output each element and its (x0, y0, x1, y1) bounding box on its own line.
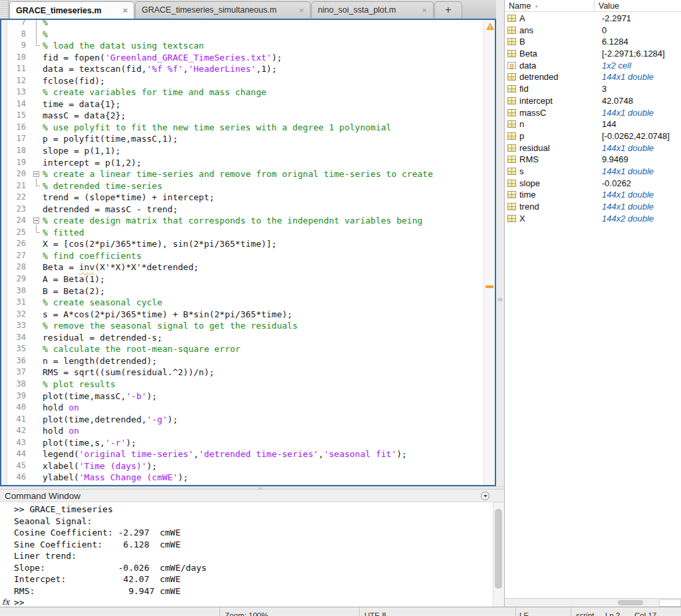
command-prompt-row[interactable]: fx >> (0, 597, 493, 607)
code-line[interactable]: 27% find coefficients (8, 250, 483, 262)
code-line[interactable]: 40hold on (8, 402, 483, 414)
code-line[interactable]: 37RMS = sqrt((sum(residual.^2))/n); (8, 367, 483, 379)
workspace-row[interactable]: residual144x1 double (505, 142, 681, 154)
workspace-row[interactable]: slope-0.0262 (505, 178, 681, 190)
code-line[interactable]: 18slope = p(1,1); (8, 145, 483, 157)
code-line[interactable]: 23detrended = massC - trend; (8, 204, 483, 216)
workspace-row[interactable]: n144 (505, 118, 681, 130)
code-editor[interactable]: 7%8%9% load the datat using textscan10fi… (0, 19, 496, 486)
code-line[interactable]: 12fclose(fid); (8, 75, 483, 87)
scrollbar-thumb[interactable] (495, 509, 502, 589)
code-line[interactable]: 7% (8, 19, 483, 29)
code-line[interactable]: 38% plot results (8, 379, 483, 390)
close-icon[interactable]: × (299, 6, 304, 15)
workspace-row[interactable]: s144x1 double (505, 166, 681, 178)
line-number: 23 (8, 204, 32, 216)
workspace-row[interactable]: trend144x1 double (505, 201, 681, 213)
code-line[interactable]: 46ylabel('Mass Change (cmWE'); (8, 472, 483, 484)
code-text: n = length(detrended); (43, 355, 483, 367)
code-line[interactable]: 39plot(time,massC,'-b'); (8, 390, 483, 402)
matrix-icon (507, 38, 516, 45)
command-window[interactable]: Command Window >> GRACE_timeseriesSeaona… (0, 489, 504, 607)
workspace-row[interactable]: RMS9.9469 (505, 154, 681, 166)
workspace-row[interactable]: intercept42.0748 (505, 95, 681, 107)
tab-grace-timeseries[interactable]: GRACE_timeseries.m × (9, 1, 134, 19)
command-scrollbar[interactable] (493, 502, 504, 607)
splitter-handle[interactable] (497, 298, 503, 301)
new-tab-button[interactable]: + (434, 1, 462, 18)
code-line[interactable]: 34residual = detrended-s; (8, 332, 483, 344)
code-line[interactable]: 43plot(time,s,'-r'); (8, 437, 483, 449)
tab-nino-soi-ssta-plot[interactable]: nino_soi_ssta_plot.m × (311, 1, 434, 18)
workspace-row[interactable]: A-2.2971 (505, 13, 681, 25)
code-fold-icon[interactable] (33, 171, 39, 177)
vertical-splitter[interactable] (496, 0, 504, 486)
name-column-header[interactable]: Name▲ (509, 1, 539, 11)
code-line[interactable]: 26X = [cos(2*pi/365*time), sin(2*pi/365*… (8, 238, 483, 250)
cell-icon: {} (507, 62, 516, 69)
code-line[interactable]: 35% calculate the root-mean-square error (8, 343, 483, 355)
warning-marker-icon[interactable] (485, 285, 493, 288)
chevron-down-icon[interactable] (481, 492, 489, 500)
code-line[interactable]: 41plot(time,detrended,'-g'); (8, 414, 483, 426)
code-line[interactable]: 36n = length(detrended); (8, 355, 483, 367)
close-icon[interactable]: × (422, 6, 427, 15)
variable-value: 144x1 double (602, 166, 654, 178)
code-line[interactable]: 19intercept = p(1,2); (8, 157, 483, 169)
code-line[interactable]: 8% (8, 29, 483, 41)
code-line[interactable]: 9% load the datat using textscan (8, 40, 483, 52)
code-line[interactable]: 42hold on (8, 425, 483, 437)
code-line[interactable]: 21% detrended time-series (8, 180, 483, 192)
workspace-row[interactable]: time144x1 double (505, 189, 681, 201)
code-line[interactable]: 45xlabel('Time (days)'); (8, 460, 483, 472)
scrollbar-thumb[interactable] (618, 600, 643, 605)
line-number: 43 (8, 437, 32, 449)
code-line[interactable]: 15massC = data{2}; (8, 110, 483, 122)
tab-grace-timeseries-simultaneous[interactable]: GRACE_timeseries_simultaneous.m × (135, 1, 311, 18)
code-line[interactable]: 14time = data{1}; (8, 98, 483, 110)
tab-bar-grip[interactable] (0, 0, 9, 19)
matrix-icon (507, 191, 516, 198)
fold-gutter (32, 285, 43, 297)
workspace-row[interactable]: X144x2 double (505, 213, 681, 225)
workspace-row[interactable]: {}data1x2 cell (505, 60, 681, 72)
breakpoint-gutter[interactable] (1, 20, 7, 485)
column-divider[interactable] (594, 0, 595, 11)
code-text: hold on (43, 425, 483, 437)
code-line[interactable]: 17p = polyfit(time,massC,1); (8, 133, 483, 145)
workspace-hscrollbar[interactable] (505, 598, 681, 607)
workspace-row[interactable]: ans0 (505, 25, 681, 37)
command-prompt[interactable]: >> (14, 597, 25, 607)
fx-icon[interactable]: fx (2, 597, 9, 607)
code-line[interactable]: 29A = Beta(1); (8, 273, 483, 285)
fold-gutter (32, 250, 43, 262)
workspace-row[interactable]: B6.1284 (505, 36, 681, 48)
warning-icon[interactable] (486, 23, 494, 30)
code-line[interactable]: 22trend = (slope*time) + intercept; (8, 192, 483, 204)
chevron-glyph (483, 495, 487, 498)
code-line[interactable]: 33% remove the seasonal signal to get th… (8, 320, 483, 332)
close-icon[interactable]: × (122, 6, 128, 15)
workspace-row[interactable]: massC144x1 double (505, 107, 681, 119)
code-line[interactable]: 24% create design matrix that correspond… (8, 215, 483, 227)
code-line[interactable]: 32s = A*cos(2*pi/365*time) + B*sin(2*pi/… (8, 309, 483, 321)
code-line[interactable]: 20% create a linear time-series and remo… (8, 168, 483, 180)
code-text: % create a linear time-series and remove… (43, 168, 483, 180)
variable-name: X (519, 213, 525, 225)
code-line[interactable]: 28Beta = inv(X'*X)*X'*detrended; (8, 261, 483, 273)
code-line[interactable]: 30B = Beta(2); (8, 285, 483, 297)
code-line[interactable]: 10fid = fopen('Greenland_GRACE_TimeSerie… (8, 52, 483, 64)
code-fold-icon[interactable] (33, 218, 39, 224)
value-column-header[interactable]: Value (599, 1, 619, 11)
workspace-row[interactable]: fid3 (505, 83, 681, 95)
code-line[interactable]: 31% create seasonal cycle (8, 297, 483, 309)
code-line[interactable]: 44legend('original time-series','detrend… (8, 448, 483, 460)
workspace-row[interactable]: Beta[-2.2971;6.1284] (505, 48, 681, 60)
workspace-row[interactable]: detrended144x1 double (505, 71, 681, 83)
workspace-row[interactable]: p[-0.0262,42.0748] (505, 130, 681, 142)
code-line[interactable]: 25% fitted (8, 227, 483, 239)
code-line[interactable]: 16% use polyfit to fit the new time seri… (8, 122, 483, 134)
code-line[interactable]: 11data = textscan(fid,'%f %f','HeaderLin… (8, 63, 483, 75)
line-number: 35 (8, 343, 32, 355)
code-line[interactable]: 13% create variables for time and mass c… (8, 86, 483, 98)
